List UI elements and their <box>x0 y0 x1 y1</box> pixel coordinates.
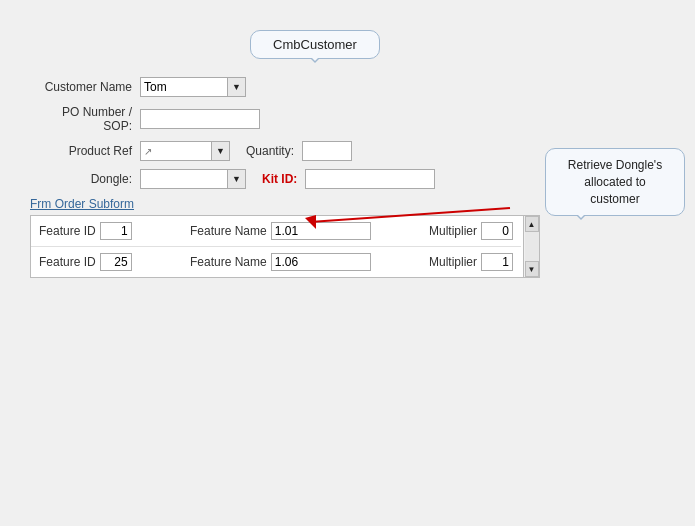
scroll-track <box>525 232 539 261</box>
sf-feature-name-label-2: Feature Name <box>190 255 267 269</box>
po-number-label: PO Number / SOP: <box>30 105 140 133</box>
sf-feature-id-label-2: Feature ID <box>39 255 96 269</box>
sf-multiplier-label-2: Multiplier <box>429 255 477 269</box>
sf-feature-id-input-1[interactable] <box>100 222 132 240</box>
sf-multiplier-input-2[interactable] <box>481 253 513 271</box>
sf-feature-id-input-2[interactable] <box>100 253 132 271</box>
customer-name-input[interactable] <box>140 77 228 97</box>
cmb-customer-bubble: CmbCustomer <box>250 30 380 59</box>
subform-area: Feature ID Feature Name Multiplier Featu… <box>30 215 540 278</box>
dongle-dropdown-arrow-icon: ▼ <box>232 174 241 184</box>
dongle-dropdown-btn[interactable]: ▼ <box>228 169 246 189</box>
cmb-customer-tooltip: CmbCustomer <box>30 30 600 59</box>
dongle-row: Dongle: ▼ Kit ID: <box>30 169 600 189</box>
kit-id-input[interactable] <box>305 169 435 189</box>
subform-inner: Feature ID Feature Name Multiplier Featu… <box>31 216 521 277</box>
sf-multiplier-label-1: Multiplier <box>429 224 477 238</box>
sf-feature-name-input-2[interactable] <box>271 253 371 271</box>
subform-label[interactable]: Frm Order Subform <box>30 197 600 211</box>
kit-id-label: Kit ID: <box>262 172 297 186</box>
product-ref-combo: ▼ <box>140 141 230 161</box>
retrieve-dongle-tooltip: Retrieve Dongle's allocated to customer <box>545 148 685 216</box>
customer-name-row: Customer Name ▼ <box>30 77 600 97</box>
po-number-input[interactable] <box>140 109 260 129</box>
main-form-area: CmbCustomer Customer Name ▼ PO Number / … <box>30 30 600 278</box>
customer-name-label: Customer Name <box>30 80 140 94</box>
scroll-up-btn[interactable]: ▲ <box>525 216 539 232</box>
sf-feature-name-label-1: Feature Name <box>190 224 267 238</box>
subform-scrollbar: ▲ ▼ <box>523 216 539 277</box>
retrieve-dongle-bubble: Retrieve Dongle's allocated to customer <box>545 148 685 216</box>
dropdown-arrow-icon: ▼ <box>232 82 241 92</box>
retrieve-line1: Retrieve Dongle's <box>568 158 662 172</box>
product-ref-dropdown-btn[interactable]: ▼ <box>212 141 230 161</box>
dongle-input[interactable] <box>140 169 228 189</box>
dongle-label: Dongle: <box>30 172 140 186</box>
product-ref-label: Product Ref <box>30 144 140 158</box>
cmb-customer-label: CmbCustomer <box>273 37 357 52</box>
scroll-down-btn[interactable]: ▼ <box>525 261 539 277</box>
customer-name-combo: ▼ <box>140 77 246 97</box>
form-section: Customer Name ▼ PO Number / SOP: Product… <box>30 77 600 189</box>
sf-feature-id-label-1: Feature ID <box>39 224 96 238</box>
retrieve-line2: allocated to customer <box>584 175 645 206</box>
product-ref-row: Product Ref ▼ Quantity: <box>30 141 600 161</box>
quantity-input[interactable] <box>302 141 352 161</box>
scroll-up-icon: ▲ <box>528 220 536 229</box>
subform-row-1: Feature ID Feature Name Multiplier <box>31 216 521 247</box>
sf-feature-name-input-1[interactable] <box>271 222 371 240</box>
customer-name-dropdown-btn[interactable]: ▼ <box>228 77 246 97</box>
product-ref-input[interactable] <box>140 141 212 161</box>
dongle-combo: ▼ <box>140 169 246 189</box>
product-dropdown-arrow-icon: ▼ <box>216 146 225 156</box>
scroll-down-icon: ▼ <box>528 265 536 274</box>
po-number-row: PO Number / SOP: <box>30 105 600 133</box>
subform-row-2: Feature ID Feature Name Multiplier <box>31 247 521 277</box>
quantity-label: Quantity: <box>246 144 294 158</box>
sf-multiplier-input-1[interactable] <box>481 222 513 240</box>
